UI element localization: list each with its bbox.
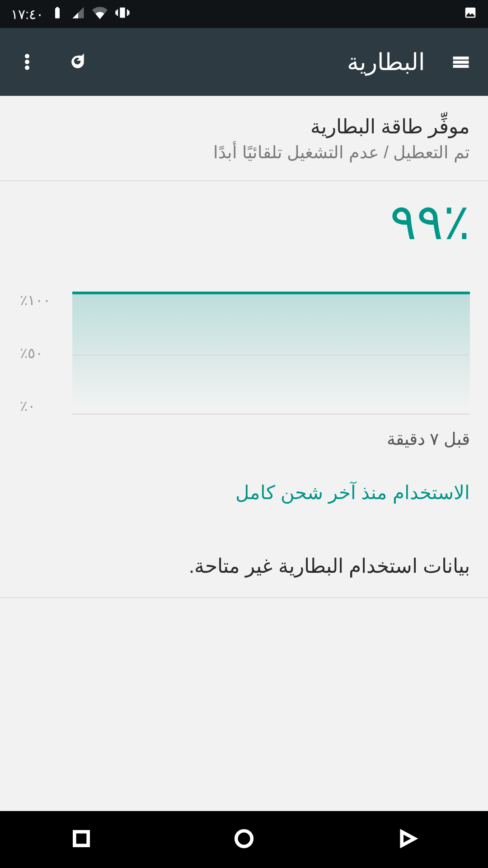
battery-full-icon — [51, 6, 64, 23]
chart-y-axis: ٪١٠٠ ٪٥٠ ٪٠ — [18, 292, 63, 415]
cell-signal-icon — [71, 6, 85, 23]
nav-bar — [0, 811, 488, 868]
app-bar: البطارية — [0, 28, 488, 96]
content: موفِّر طاقة البطارية تم التعطيل / عدم ال… — [0, 96, 488, 811]
back-button[interactable] — [395, 827, 418, 852]
y-tick-100: ٪١٠٠ — [20, 292, 63, 309]
chart-plot — [72, 292, 470, 415]
gridline-50 — [72, 354, 470, 355]
home-button[interactable] — [232, 827, 256, 852]
usage-since-header: الاستخدام منذ آخر شحن كامل — [18, 481, 470, 504]
battery-percent: ٪٩٩ — [18, 193, 470, 251]
status-bar: ١٧:٤٠ — [0, 0, 488, 28]
battery-saver-title: موفِّر طاقة البطارية — [18, 115, 470, 138]
svg-rect-6 — [454, 65, 469, 67]
menu-icon[interactable] — [446, 47, 475, 76]
vibrate-icon — [115, 5, 130, 24]
svg-point-2 — [25, 60, 29, 64]
svg-rect-7 — [75, 832, 88, 845]
picture-icon — [464, 6, 477, 23]
wifi-icon — [92, 5, 108, 24]
status-right — [464, 6, 477, 23]
refresh-icon[interactable] — [63, 47, 92, 76]
gridline-0 — [72, 414, 470, 415]
more-vert-icon[interactable] — [13, 47, 42, 76]
usage-unavailable: بيانات استخدام البطارية غير متاحة. — [18, 554, 470, 577]
svg-point-8 — [236, 831, 252, 847]
y-tick-0: ٪٠ — [20, 397, 63, 415]
y-tick-50: ٪٥٠ — [20, 344, 63, 362]
svg-point-1 — [25, 54, 29, 58]
battery-saver-row[interactable]: موفِّر طاقة البطارية تم التعطيل / عدم ال… — [0, 96, 488, 181]
usage-unavailable-row: بيانات استخدام البطارية غير متاحة. — [0, 536, 488, 598]
status-time: ١٧:٤٠ — [11, 6, 43, 22]
status-left: ١٧:٤٠ — [11, 5, 130, 24]
battery-section: ٪٩٩ ٪١٠٠ ٪٥٠ ٪٠ قبل ٧ دقيقة الاستخدام من… — [0, 181, 488, 598]
since-last-charge: قبل ٧ دقيقة — [18, 429, 470, 449]
svg-rect-5 — [454, 61, 469, 63]
battery-saver-subtitle: تم التعطيل / عدم التشغيل تلقائيًا أبدًا — [18, 142, 470, 162]
recent-apps-button[interactable] — [70, 827, 93, 852]
svg-point-3 — [25, 66, 29, 70]
battery-chart[interactable]: ٪١٠٠ ٪٥٠ ٪٠ — [18, 292, 470, 415]
svg-rect-4 — [454, 57, 469, 59]
app-title: البطارية — [347, 48, 425, 75]
